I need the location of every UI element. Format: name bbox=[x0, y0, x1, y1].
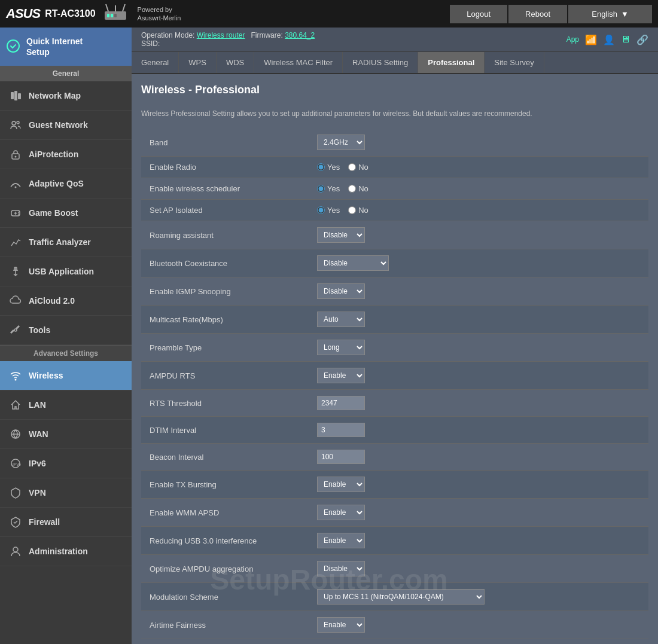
setting-row-rts-threshold: RTS Threshold bbox=[141, 390, 648, 417]
sidebar-item-aiprotection[interactable]: AiProtection bbox=[0, 140, 132, 169]
traffic-analyzer-label: Traffic Analyzer bbox=[29, 237, 91, 247]
sidebar-item-guest-network[interactable]: Guest Network bbox=[0, 111, 132, 140]
beacon-interval-input[interactable] bbox=[317, 450, 365, 464]
setting-value-modulation-scheme: Up to MCS 11 (NitroQAM/1024-QAM) Up to M… bbox=[309, 583, 648, 611]
advanced-settings-label: Advanced Settings bbox=[0, 345, 132, 361]
ap-isolated-yes[interactable]: Yes bbox=[317, 206, 340, 215]
setting-value-band: 2.4GHz 5GHz bbox=[309, 129, 648, 157]
wmm-apsd-select[interactable]: Enable Disable bbox=[317, 505, 365, 520]
setting-row-roaming-assistant: Roaming assistant Disable Enable bbox=[141, 221, 648, 249]
ap-isolated-no[interactable]: No bbox=[348, 206, 368, 215]
globe-icon bbox=[8, 427, 23, 441]
enable-radio-no[interactable]: No bbox=[348, 163, 368, 172]
svg-rect-2 bbox=[111, 14, 113, 17]
tab-wireless-mac-filter[interactable]: Wireless MAC Filter bbox=[254, 52, 343, 73]
setting-row-band: Band 2.4GHz 5GHz bbox=[141, 129, 648, 157]
logo-area: ASUS RT-AC3100 Powered by Asuswrt-Merlin bbox=[6, 2, 181, 26]
tab-professional[interactable]: Professional bbox=[418, 52, 485, 73]
wireless-scheduler-yes[interactable]: Yes bbox=[317, 184, 340, 193]
tx-bursting-select[interactable]: Enable Disable bbox=[317, 477, 365, 492]
vpn-label: VPN bbox=[29, 488, 46, 498]
top-buttons: Logout Reboot English ▼ bbox=[450, 5, 652, 23]
sidebar-item-firewall[interactable]: Firewall bbox=[0, 508, 132, 537]
status-info: Operation Mode: Wireless router Firmware… bbox=[141, 31, 315, 48]
sidebar-item-ipv6[interactable]: IPv6 IPv6 bbox=[0, 449, 132, 478]
map-icon bbox=[8, 88, 23, 103]
band-select[interactable]: 2.4GHz 5GHz bbox=[317, 135, 365, 150]
airtime-fairness-select[interactable]: Enable Disable bbox=[317, 617, 365, 633]
tab-radius-setting[interactable]: RADIUS Setting bbox=[343, 52, 418, 73]
setting-label-igmp-snooping: Enable IGMP Snooping bbox=[141, 277, 309, 306]
setting-value-igmp-snooping: Disable Enable bbox=[309, 277, 648, 306]
usb-icon bbox=[8, 264, 23, 279]
sidebar-item-lan[interactable]: LAN bbox=[0, 390, 132, 420]
setting-label-wmm-apsd: Enable WMM APSD bbox=[141, 499, 309, 527]
wireless-scheduler-no[interactable]: No bbox=[348, 184, 368, 193]
setting-label-band: Band bbox=[141, 129, 309, 157]
sidebar-item-tools[interactable]: Tools bbox=[0, 316, 132, 345]
svg-text:IPv6: IPv6 bbox=[13, 462, 21, 466]
sidebar-item-traffic-analyzer[interactable]: Traffic Analyzer bbox=[0, 228, 132, 257]
modulation-scheme-select[interactable]: Up to MCS 11 (NitroQAM/1024-QAM) Up to M… bbox=[317, 589, 485, 605]
sidebar-item-aicloud[interactable]: AiCloud 2.0 bbox=[0, 286, 132, 316]
multicast-rate-select[interactable]: Auto 1 2 bbox=[317, 312, 365, 327]
sidebar-item-network-map[interactable]: Network Map bbox=[0, 81, 132, 111]
sidebar-item-wan[interactable]: WAN bbox=[0, 420, 132, 449]
setting-label-dtim-interval: DTIM Interval bbox=[141, 417, 309, 444]
page-title: Wireless - Professional bbox=[141, 84, 648, 101]
setting-label-ampdu-aggregation: Optimize AMPDU aggregation bbox=[141, 555, 309, 583]
settings-table: Band 2.4GHz 5GHz Enable Radio bbox=[141, 129, 648, 639]
sidebar-item-vpn[interactable]: VPN bbox=[0, 478, 132, 508]
igmp-snooping-select[interactable]: Disable Enable bbox=[317, 283, 365, 299]
reboot-button[interactable]: Reboot bbox=[508, 5, 567, 23]
tab-site-survey[interactable]: Site Survey bbox=[485, 52, 544, 73]
svg-point-29 bbox=[13, 547, 18, 552]
tab-wds[interactable]: WDS bbox=[217, 52, 254, 73]
setting-label-beacon-interval: Beacon Interval bbox=[141, 444, 309, 471]
setting-value-preamble-type: Long Short bbox=[309, 334, 648, 362]
usb-application-label: USB Application bbox=[29, 267, 94, 276]
rts-threshold-input[interactable] bbox=[317, 396, 365, 410]
tab-wps[interactable]: WPS bbox=[179, 52, 217, 73]
ssid-label: SSID: bbox=[141, 39, 160, 48]
setting-value-dtim-interval bbox=[309, 417, 648, 444]
firmware-value[interactable]: 380.64_2 bbox=[285, 31, 315, 39]
quick-setup-button[interactable]: Quick Internet Setup bbox=[0, 28, 132, 66]
chart-icon bbox=[8, 235, 23, 249]
operation-mode-value[interactable]: Wireless router bbox=[197, 31, 245, 39]
setting-row-modulation-scheme: Modulation Scheme Up to MCS 11 (NitroQAM… bbox=[141, 583, 648, 611]
sidebar-item-administration[interactable]: Administration bbox=[0, 537, 132, 566]
wan-label: WAN bbox=[29, 429, 48, 439]
language-button[interactable]: English ▼ bbox=[568, 5, 652, 23]
logout-button[interactable]: Logout bbox=[450, 5, 507, 23]
setting-row-preamble-type: Preamble Type Long Short bbox=[141, 334, 648, 362]
wireless-label: Wireless bbox=[29, 371, 63, 380]
enable-radio-yes[interactable]: Yes bbox=[317, 163, 340, 172]
ampdu-rts-select[interactable]: Enable Disable bbox=[317, 368, 365, 383]
sidebar-item-game-boost[interactable]: Game Boost bbox=[0, 199, 132, 228]
setting-row-dtim-interval: DTIM Interval bbox=[141, 417, 648, 444]
setting-value-roaming-assistant: Disable Enable bbox=[309, 221, 648, 249]
aiprotection-label: AiProtection bbox=[29, 149, 78, 159]
sidebar-item-usb-application[interactable]: USB Application bbox=[0, 257, 132, 286]
sidebar-item-wireless[interactable]: Wireless bbox=[0, 361, 132, 390]
setting-label-preamble-type: Preamble Type bbox=[141, 334, 309, 362]
roaming-assistant-select[interactable]: Disable Enable bbox=[317, 227, 365, 243]
bluetooth-coexistance-select[interactable]: Disable Enable bbox=[317, 255, 389, 271]
setting-value-rts-threshold bbox=[309, 390, 648, 417]
vpn-icon bbox=[8, 486, 23, 500]
preamble-type-select[interactable]: Long Short bbox=[317, 340, 365, 355]
signal-icon bbox=[8, 176, 23, 191]
tab-general[interactable]: General bbox=[132, 52, 179, 73]
dtim-interval-input[interactable] bbox=[317, 423, 365, 437]
setting-row-airtime-fairness: Airtime Fairness Enable Disable bbox=[141, 611, 648, 639]
setting-label-ap-isolated: Set AP Isolated bbox=[141, 200, 309, 221]
ampdu-aggregation-select[interactable]: Disable Enable bbox=[317, 561, 365, 576]
svg-point-24 bbox=[15, 379, 17, 381]
sidebar-item-adaptive-qos[interactable]: Adaptive QoS bbox=[0, 169, 132, 199]
setting-value-usb30-interference: Enable Disable bbox=[309, 527, 648, 555]
quick-setup-icon bbox=[6, 39, 20, 55]
setting-label-rts-threshold: RTS Threshold bbox=[141, 390, 309, 417]
administration-label: Administration bbox=[29, 547, 88, 556]
usb30-interference-select[interactable]: Enable Disable bbox=[317, 533, 365, 548]
